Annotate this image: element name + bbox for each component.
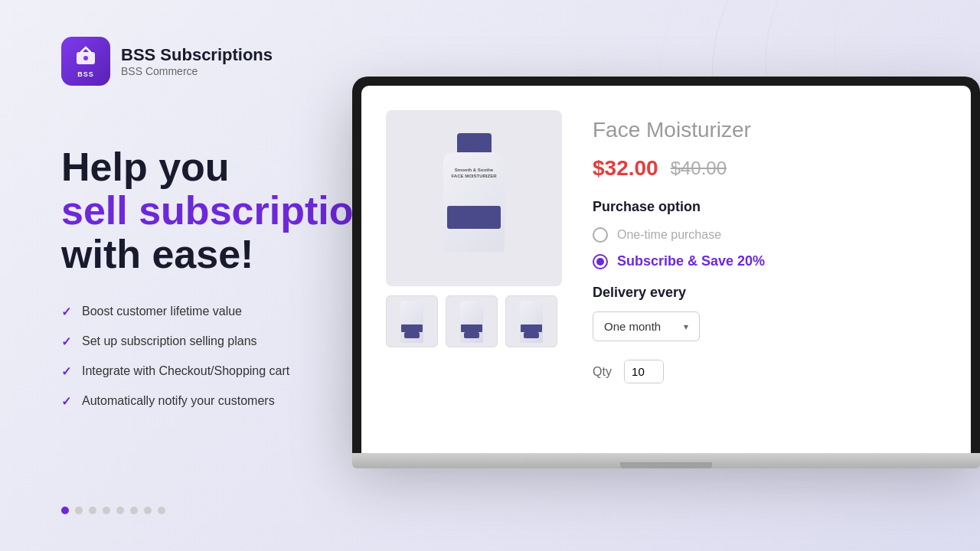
qty-label: Qty bbox=[593, 365, 612, 379]
thumbnail-3[interactable] bbox=[505, 295, 557, 347]
laptop-screen-inner: Smooth & SootheFACE MOISTURIZER bbox=[361, 86, 971, 453]
check-icon-3: ✓ bbox=[61, 364, 71, 379]
price-original: $40.00 bbox=[671, 158, 727, 179]
check-icon-1: ✓ bbox=[61, 305, 71, 319]
feature-item-1: ✓ Boost customer lifetime value bbox=[61, 305, 377, 319]
laptop-mockup: Smooth & SootheFACE MOISTURIZER bbox=[352, 77, 980, 468]
option-subscribe-label: Subscribe & Save 20% bbox=[617, 253, 765, 269]
left-content: Help you sell subscription with ease! ✓ … bbox=[61, 145, 377, 409]
radio-subscribe[interactable] bbox=[593, 254, 608, 269]
thumb-band-1 bbox=[401, 324, 423, 332]
laptop-screen-frame: Smooth & SootheFACE MOISTURIZER bbox=[352, 77, 980, 453]
dot-5[interactable] bbox=[116, 507, 124, 514]
feature-label-1: Boost customer lifetime value bbox=[82, 305, 242, 318]
svg-point-5 bbox=[83, 56, 88, 60]
check-icon-2: ✓ bbox=[61, 334, 71, 349]
qty-row: Qty bbox=[593, 360, 946, 383]
headline-line1: Help you bbox=[61, 145, 230, 189]
logo-box: BSS bbox=[61, 37, 110, 86]
radio-one-time[interactable] bbox=[593, 227, 608, 243]
feature-label-4: Automatically notify your customers bbox=[82, 394, 275, 408]
pagination-dots bbox=[61, 507, 165, 514]
dot-4[interactable] bbox=[103, 507, 110, 514]
qty-stepper[interactable] bbox=[624, 360, 664, 383]
feature-item-4: ✓ Automatically notify your customers bbox=[61, 394, 377, 409]
logo-bss-label: BSS bbox=[77, 70, 94, 78]
thumb-band-2 bbox=[461, 324, 482, 332]
tube-cap bbox=[457, 133, 492, 152]
thumb-cap-3 bbox=[524, 332, 539, 338]
header: BSS BSS Subscriptions BSS Commerce bbox=[61, 37, 273, 86]
price-row: $32.00 $40.00 bbox=[593, 156, 946, 181]
dropdown-chevron-icon: ▾ bbox=[684, 321, 688, 332]
moisturizer-tube: Smooth & SootheFACE MOISTURIZER bbox=[439, 133, 508, 263]
logo-icon bbox=[74, 44, 98, 69]
headline-line3: with ease! bbox=[61, 232, 253, 276]
purchase-option-label: Purchase option bbox=[593, 199, 946, 215]
dot-6[interactable] bbox=[130, 507, 138, 514]
brand-text: BSS Subscriptions BSS Commerce bbox=[121, 45, 273, 77]
headline: Help you sell subscription with ease! bbox=[61, 145, 377, 277]
dot-2[interactable] bbox=[75, 507, 83, 514]
thumb-cap-2 bbox=[464, 332, 479, 338]
option-one-time-label: One-time purchase bbox=[617, 228, 721, 242]
features-list: ✓ Boost customer lifetime value ✓ Set up… bbox=[61, 305, 377, 409]
thumb-inner-1 bbox=[400, 301, 423, 343]
product-images: Smooth & SootheFACE MOISTURIZER bbox=[386, 110, 562, 429]
tube-body: Smooth & SootheFACE MOISTURIZER bbox=[443, 152, 505, 252]
product-details: Face Moisturizer $32.00 $40.00 Purchase … bbox=[593, 110, 946, 429]
delivery-dropdown[interactable]: One month ▾ bbox=[593, 311, 700, 341]
feature-item-3: ✓ Integrate with Checkout/Shopping cart bbox=[61, 364, 377, 379]
price-current: $32.00 bbox=[593, 156, 658, 181]
radio-subscribe-fill bbox=[596, 258, 604, 266]
option-one-time[interactable]: One-time purchase bbox=[593, 227, 946, 243]
check-icon-4: ✓ bbox=[61, 394, 71, 409]
product-main-image: Smooth & SootheFACE MOISTURIZER bbox=[386, 110, 562, 286]
thumbnail-1[interactable] bbox=[386, 295, 438, 347]
dot-3[interactable] bbox=[89, 507, 96, 514]
product-name: Face Moisturizer bbox=[593, 118, 946, 142]
dot-8[interactable] bbox=[158, 507, 165, 514]
brand-sub: BSS Commerce bbox=[121, 65, 273, 77]
thumb-inner-3 bbox=[520, 301, 543, 343]
tube-brand-text: Smooth & SootheFACE MOISTURIZER bbox=[451, 168, 497, 180]
qty-input[interactable] bbox=[625, 360, 663, 383]
thumb-inner-2 bbox=[460, 301, 483, 343]
laptop-base bbox=[352, 453, 980, 468]
feature-label-3: Integrate with Checkout/Shopping cart bbox=[82, 364, 289, 378]
thumb-band-3 bbox=[521, 324, 542, 332]
tube-label-band bbox=[447, 206, 501, 229]
feature-item-2: ✓ Set up subscription selling plans bbox=[61, 334, 377, 349]
delivery-value: One month bbox=[604, 320, 661, 333]
dot-1[interactable] bbox=[61, 507, 69, 514]
thumb-cap-1 bbox=[404, 332, 420, 338]
feature-label-2: Set up subscription selling plans bbox=[82, 334, 257, 348]
brand-name: BSS Subscriptions bbox=[121, 45, 273, 65]
thumbnail-2[interactable] bbox=[446, 295, 498, 347]
headline-line2: sell subscription bbox=[61, 188, 377, 233]
option-subscribe[interactable]: Subscribe & Save 20% bbox=[593, 253, 946, 269]
product-thumbnails bbox=[386, 295, 562, 347]
dot-7[interactable] bbox=[144, 507, 152, 514]
delivery-label: Delivery every bbox=[593, 285, 946, 301]
